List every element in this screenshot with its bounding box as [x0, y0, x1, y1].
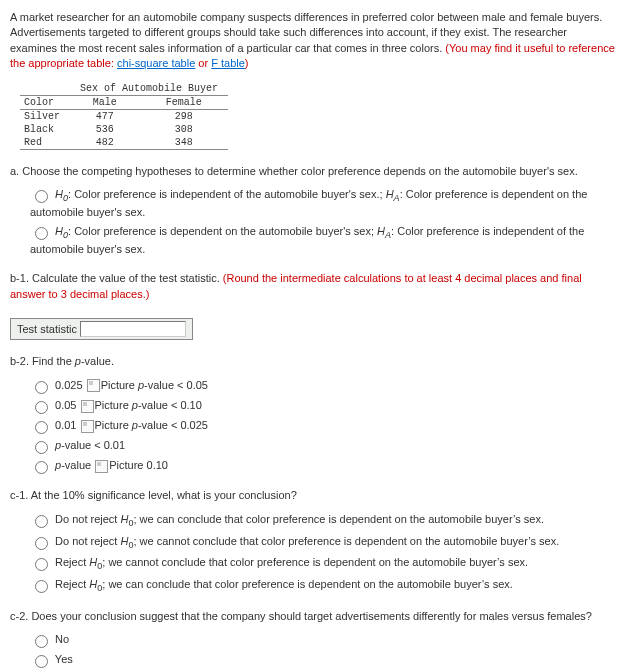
table-row: Red 482 348 — [20, 136, 228, 150]
part-a: a. Choose the competing hypotheses to de… — [10, 164, 615, 258]
col-header-male: Male — [70, 95, 140, 109]
part-c1-option-2: Do not reject H0; we cannot conclude tha… — [30, 534, 615, 552]
part-b2-option-4: p-value < 0.01 — [30, 438, 615, 454]
part-c1-option-1: Do not reject H0; we can conclude that c… — [30, 512, 615, 530]
part-b2-prompt: b-2. Find the p-value. — [10, 355, 114, 367]
part-c1: c-1. At the 10% significance level, what… — [10, 488, 615, 595]
picture-icon — [81, 420, 94, 433]
part-c2-prompt: c-2. Does your conclusion suggest that t… — [10, 610, 592, 622]
col-header-female: Female — [140, 95, 229, 109]
table-group-header: Sex of Automobile Buyer — [70, 82, 228, 96]
part-c1-radio-2[interactable] — [35, 537, 48, 550]
part-b2-option-3: 0.01 Picture p-value < 0.025 — [30, 418, 615, 434]
part-c2: c-2. Does your conclusion suggest that t… — [10, 609, 615, 669]
col-header-color: Color — [20, 95, 70, 109]
part-b2-radio-4[interactable] — [35, 441, 48, 454]
part-a-prompt: a. Choose the competing hypotheses to de… — [10, 165, 578, 177]
part-b2-option-2: 0.05 Picture p-value < 0.10 — [30, 398, 615, 414]
picture-icon — [95, 460, 108, 473]
part-c2-option-no: No — [30, 632, 615, 648]
picture-icon — [87, 379, 100, 392]
part-b2-radio-5[interactable] — [35, 461, 48, 474]
part-a-radio-1[interactable] — [35, 190, 48, 203]
data-table: Sex of Automobile Buyer Color Male Femal… — [20, 82, 228, 150]
problem-intro: A market researcher for an automobile co… — [10, 10, 615, 72]
part-c2-radio-no[interactable] — [35, 635, 48, 648]
test-statistic-box: Test statistic — [10, 318, 193, 340]
part-c2-radio-yes[interactable] — [35, 655, 48, 668]
picture-icon — [81, 400, 94, 413]
part-c1-radio-3[interactable] — [35, 558, 48, 571]
part-b1: b-1. Calculate the value of the test sta… — [10, 271, 615, 340]
test-statistic-input[interactable] — [80, 321, 186, 337]
chi-square-link[interactable]: chi-square table — [117, 57, 195, 69]
part-c1-radio-1[interactable] — [35, 515, 48, 528]
part-b2-radio-2[interactable] — [35, 401, 48, 414]
table-row: Black 536 308 — [20, 123, 228, 136]
part-c1-radio-4[interactable] — [35, 580, 48, 593]
part-b2-option-5: p-value Picture 0.10 — [30, 458, 615, 474]
part-c1-prompt: c-1. At the 10% significance level, what… — [10, 489, 297, 501]
test-statistic-label: Test statistic — [17, 323, 77, 335]
part-a-radio-2[interactable] — [35, 227, 48, 240]
part-c1-option-3: Reject H0; we cannot conclude that color… — [30, 555, 615, 573]
part-b2-radio-3[interactable] — [35, 421, 48, 434]
part-b2-radio-1[interactable] — [35, 381, 48, 394]
part-c2-option-yes: Yes — [30, 652, 615, 668]
part-b1-prompt: b-1. Calculate the value of the test sta… — [10, 272, 223, 284]
part-b2-option-1: 0.025 Picture p-value < 0.05 — [30, 378, 615, 394]
part-a-option-2: H0: Color preference is dependent on the… — [30, 224, 615, 257]
part-c1-option-4: Reject H0; we can conclude that color pr… — [30, 577, 615, 595]
f-table-link[interactable]: F table — [211, 57, 245, 69]
table-row: Silver 477 298 — [20, 109, 228, 123]
part-b2: b-2. Find the p-value. 0.025 Picture p-v… — [10, 354, 615, 474]
part-a-option-1: H0: Color preference is independent of t… — [30, 187, 615, 220]
